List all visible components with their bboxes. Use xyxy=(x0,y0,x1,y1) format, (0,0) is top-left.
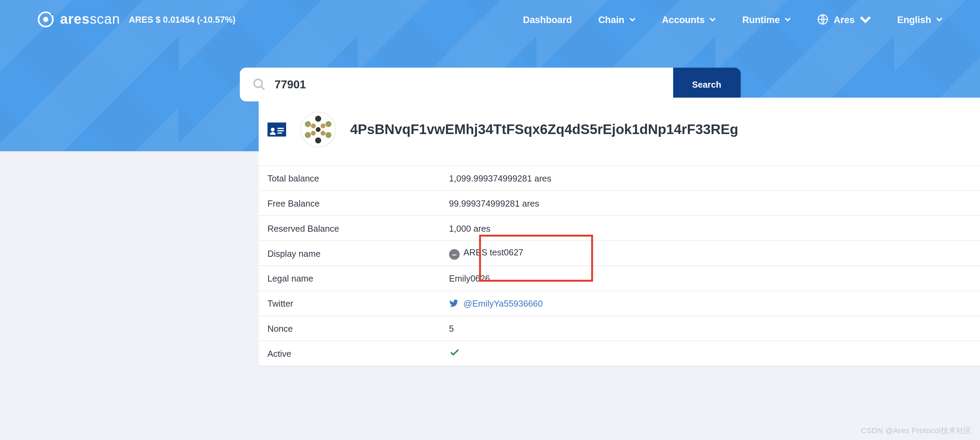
identicon-icon xyxy=(300,111,336,148)
row-active: Active xyxy=(259,341,980,366)
brand-logo[interactable]: aresscan xyxy=(38,11,120,27)
language-switcher[interactable]: English xyxy=(897,14,942,25)
row-free-balance: Free Balance 99.999374999281 ares xyxy=(259,191,980,216)
nav-chain-label: Chain xyxy=(598,14,624,25)
top-bar: aresscan ARES $ 0.01454 (-10.57%) Dashbo… xyxy=(0,0,980,30)
label-legal-name: Legal name xyxy=(267,273,449,283)
value-reserved-balance: 1,000 ares xyxy=(449,223,490,233)
chevron-down-icon xyxy=(860,14,871,25)
chevron-down-icon xyxy=(785,16,791,22)
search-button[interactable]: Search xyxy=(673,68,741,102)
twitter-icon xyxy=(449,299,458,308)
label-reserved-balance: Reserved Balance xyxy=(267,223,449,233)
search-input[interactable] xyxy=(275,78,660,91)
chevron-down-icon xyxy=(629,16,635,22)
network-label: Ares xyxy=(834,14,855,25)
nav-runtime[interactable]: Runtime xyxy=(742,14,791,25)
value-active xyxy=(449,347,460,360)
svg-rect-2 xyxy=(51,13,53,16)
account-header: 4PsBNvqF1vwEMhj34TtFSqx6Zq4dS5rEjok1dNp1… xyxy=(259,98,980,165)
nav-accounts[interactable]: Accounts xyxy=(662,14,716,25)
svg-point-4 xyxy=(254,79,262,87)
chevron-down-icon xyxy=(936,16,942,22)
nav-accounts-label: Accounts xyxy=(662,14,705,25)
search-bar: Search xyxy=(240,68,741,102)
row-display-name: Display name –ARES test0627 xyxy=(259,241,980,266)
idcard-icon xyxy=(267,122,286,137)
twitter-link[interactable]: @EmilyYa55936660 xyxy=(463,299,542,308)
nav-runtime-label: Runtime xyxy=(742,14,780,25)
search-box[interactable] xyxy=(240,68,673,102)
account-details: Total balance 1,099.999374999281 ares Fr… xyxy=(259,165,980,367)
globe-icon xyxy=(817,14,829,25)
label-display-name: Display name xyxy=(267,248,449,258)
brand-text: aresscan xyxy=(60,11,120,27)
row-total-balance: Total balance 1,099.999374999281 ares xyxy=(259,166,980,191)
ares-logo-icon xyxy=(38,11,54,27)
svg-rect-9 xyxy=(277,128,284,129)
main-nav: Dashboard Chain Accounts Runtime Ares xyxy=(523,14,942,25)
search-icon xyxy=(252,78,266,91)
value-nonce: 5 xyxy=(449,323,453,333)
label-nonce: Nonce xyxy=(267,323,449,333)
value-display-name: –ARES test0627 xyxy=(449,247,523,259)
account-address[interactable]: 4PsBNvqF1vwEMhj34TtFSqx6Zq4dS5rEjok1dNp1… xyxy=(350,121,738,138)
check-icon xyxy=(449,347,460,358)
label-active: Active xyxy=(267,348,449,358)
watermark-text: CSDN @Ares Protocol技术社区 xyxy=(861,426,972,436)
label-free-balance: Free Balance xyxy=(267,198,449,208)
svg-point-1 xyxy=(43,17,48,22)
svg-rect-11 xyxy=(277,132,282,133)
svg-rect-10 xyxy=(277,130,284,131)
svg-line-5 xyxy=(261,86,264,90)
chevron-down-icon xyxy=(710,16,716,22)
label-twitter: Twitter xyxy=(267,299,449,308)
row-nonce: Nonce 5 xyxy=(259,316,980,342)
value-total-balance: 1,099.999374999281 ares xyxy=(449,173,551,183)
price-ticker: ARES $ 0.01454 (-10.57%) xyxy=(129,14,235,24)
network-switcher[interactable]: Ares xyxy=(817,14,871,25)
nav-dashboard[interactable]: Dashboard xyxy=(523,14,572,25)
language-label: English xyxy=(897,14,931,25)
value-twitter: @EmilyYa55936660 xyxy=(449,299,542,308)
label-total-balance: Total balance xyxy=(267,173,449,183)
svg-rect-7 xyxy=(267,122,286,125)
row-twitter: Twitter @EmilyYa55936660 xyxy=(259,291,980,316)
value-free-balance: 99.999374999281 ares xyxy=(449,198,539,208)
nav-chain[interactable]: Chain xyxy=(598,14,636,25)
account-card: 4PsBNvqF1vwEMhj34TtFSqx6Zq4dS5rEjok1dNp1… xyxy=(259,98,980,366)
minus-badge-icon: – xyxy=(449,249,460,259)
value-legal-name: Emily0626 xyxy=(449,273,490,283)
row-reserved-balance: Reserved Balance 1,000 ares xyxy=(259,216,980,241)
row-legal-name: Legal name Emily0626 xyxy=(259,266,980,291)
